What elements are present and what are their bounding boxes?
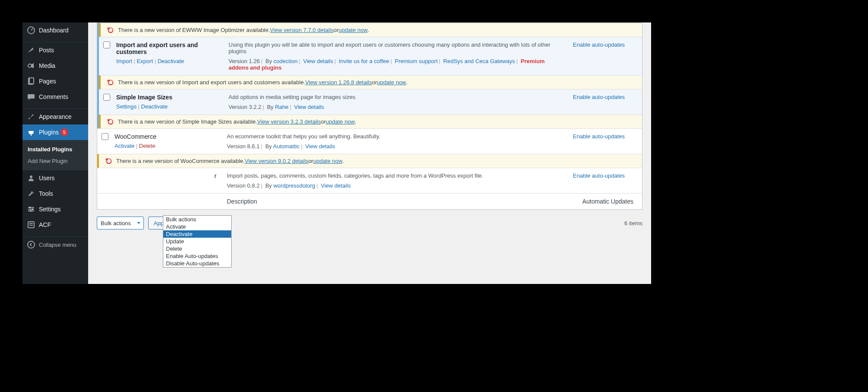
by-label: By <box>265 143 273 150</box>
plugin-name: Simple Image Sizes <box>116 94 220 101</box>
plugin-row-group: Import and export users and customers Im… <box>97 37 642 89</box>
sidebar-label: Appearance <box>39 113 72 120</box>
plugin-link[interactable]: Premium support <box>395 58 438 64</box>
plugin-action-import[interactable]: Import <box>116 58 132 64</box>
plugin-action-activate[interactable]: Activate <box>114 143 134 149</box>
plugin-row: r Import posts, pages, comments, custom … <box>97 168 642 193</box>
plugin-checkbox[interactable] <box>103 41 110 48</box>
sidebar-item-appearance[interactable]: Appearance <box>22 109 88 124</box>
sidebar-label: Collapse menu <box>39 242 76 248</box>
plugin-link[interactable]: View details <box>303 58 333 64</box>
sidebar-item-comments[interactable]: Comments <box>22 89 88 105</box>
plugins-table: There is a new version of EWWW Image Opt… <box>97 22 642 210</box>
plugin-version: Version 1.26 <box>229 58 260 64</box>
svg-rect-4 <box>29 78 34 84</box>
plugin-author[interactable]: Automattic <box>273 143 299 150</box>
submenu-add-new-plugin[interactable]: Add New Plugin <box>22 155 88 167</box>
update-now-link[interactable]: update now <box>339 27 368 33</box>
plugin-checkbox[interactable] <box>103 94 110 101</box>
bulk-actions-select[interactable]: Bulk actions <box>97 217 144 229</box>
plugin-action-settings[interactable]: Settings <box>116 103 137 110</box>
plugin-author[interactable]: codection <box>273 58 298 64</box>
update-or: or <box>308 158 314 164</box>
dropdown-option[interactable]: Enable Auto-updates <box>163 252 231 260</box>
update-count-badge: 5 <box>60 128 68 136</box>
plugin-row: WooCommerce Activate | Delete An ecommer… <box>97 128 642 154</box>
sidebar-item-posts[interactable]: Posts <box>22 42 88 58</box>
update-version-link[interactable]: View version 9.0.2 details <box>245 158 308 164</box>
update-now-link[interactable]: update now <box>313 158 342 164</box>
dropdown-option[interactable]: Deactivate <box>163 230 231 238</box>
dropdown-option[interactable]: Delete <box>163 245 231 252</box>
plugin-link[interactable]: View details <box>294 104 324 110</box>
enable-auto-updates[interactable]: Enable auto-updates <box>573 172 625 179</box>
update-icon <box>107 118 114 126</box>
dropdown-option[interactable]: Activate <box>163 223 231 230</box>
plugin-link[interactable]: RedSys and Ceca Gateways <box>443 58 515 64</box>
submenu-installed-plugins[interactable]: Installed Plugins <box>22 143 88 155</box>
sidebar-label: Plugins <box>39 129 59 136</box>
plugin-version: Version 0.8.2 <box>227 182 260 189</box>
enable-auto-updates[interactable]: Enable auto-updates <box>573 133 625 140</box>
update-text: There is a new version of WooCommerce av… <box>116 158 245 164</box>
wrench-icon <box>27 189 35 198</box>
plugin-name: Import and export users and customers <box>116 41 220 55</box>
enable-auto-updates[interactable]: Enable auto-updates <box>573 94 625 100</box>
svg-point-10 <box>32 208 33 210</box>
plugin-row-group: WooCommerce Activate | Delete An ecommer… <box>97 128 642 168</box>
plugin-version: Version 3.2.2 <box>229 104 261 110</box>
comment-icon <box>27 92 35 101</box>
update-notice: There is a new version of WooCommerce av… <box>97 154 642 168</box>
plugin-checkbox[interactable] <box>102 133 108 140</box>
sidebar-item-pages[interactable]: Pages <box>22 73 88 89</box>
plugin-author[interactable]: wordpressdotorg <box>273 182 315 189</box>
acf-icon <box>27 220 35 229</box>
sidebar-item-acf[interactable]: ACF <box>22 217 88 233</box>
svg-point-2 <box>28 64 32 67</box>
plugin-link[interactable]: View details <box>305 143 335 150</box>
sidebar-item-dashboard[interactable]: Dashboard <box>22 22 88 38</box>
update-icon <box>105 157 113 165</box>
pin-icon <box>27 46 35 54</box>
dropdown-option[interactable]: Update <box>163 238 231 245</box>
sidebar-item-tools[interactable]: Tools <box>22 186 88 201</box>
plugin-link[interactable]: Invite us for a coffee <box>339 58 389 64</box>
plugin-author[interactable]: Rahe <box>275 104 289 110</box>
plugin-action-deactivate[interactable]: Deactivate <box>158 58 184 64</box>
plugin-link[interactable]: View details <box>321 182 351 189</box>
sidebar-item-media[interactable]: Media <box>22 58 88 73</box>
plugins-submenu: Installed Plugins Add New Plugin <box>22 140 88 170</box>
dropdown-option[interactable]: Disable Auto-updates <box>163 260 231 267</box>
update-icon <box>107 79 114 86</box>
update-now-link[interactable]: update now <box>377 79 406 86</box>
table-footer-header: Description Automatic Updates <box>97 193 642 209</box>
brush-icon <box>27 112 35 121</box>
by-label: By <box>265 182 273 189</box>
plugin-row: Simple Image Sizes Settings | Deactivate… <box>99 89 642 115</box>
main-content: There is a new version of EWWW Image Opt… <box>88 22 651 284</box>
sidebar-collapse[interactable]: Collapse menu <box>22 237 88 252</box>
update-notice: There is a new version of Import and exp… <box>99 75 642 89</box>
plugin-action-deactivate[interactable]: Deactivate <box>141 103 168 110</box>
sidebar-label: Posts <box>39 47 54 54</box>
plugin-version: Version 8.6.1 <box>227 143 260 150</box>
media-icon <box>27 61 35 70</box>
update-now-link[interactable]: update now <box>326 118 355 125</box>
bulk-actions-dropdown[interactable]: Bulk actions Activate Deactivate Update … <box>163 215 232 268</box>
dropdown-option[interactable]: Bulk actions <box>163 216 231 223</box>
column-auto-updates: Automatic Updates <box>569 194 642 209</box>
items-count: 6 items <box>624 220 642 226</box>
update-version-link[interactable]: View version 7.7.0 details <box>270 27 334 33</box>
sidebar-item-plugins[interactable]: Plugins 5 <box>22 124 88 140</box>
sidebar-item-settings[interactable]: Settings <box>22 201 88 217</box>
sidebar-label: Pages <box>39 78 56 85</box>
update-version-link[interactable]: View version 3.2.3 details <box>257 118 321 125</box>
sidebar-item-users[interactable]: Users <box>22 170 88 186</box>
plugin-action-delete[interactable]: Delete <box>139 143 156 149</box>
enable-auto-updates[interactable]: Enable auto-updates <box>573 41 625 48</box>
plugin-action-export[interactable]: Export <box>137 58 153 64</box>
settings-icon <box>27 205 35 214</box>
plugin-description: Import posts, pages, comments, custom fi… <box>227 172 564 179</box>
svg-rect-14 <box>29 225 33 226</box>
update-version-link[interactable]: View version 1.26.8 details <box>305 79 372 86</box>
